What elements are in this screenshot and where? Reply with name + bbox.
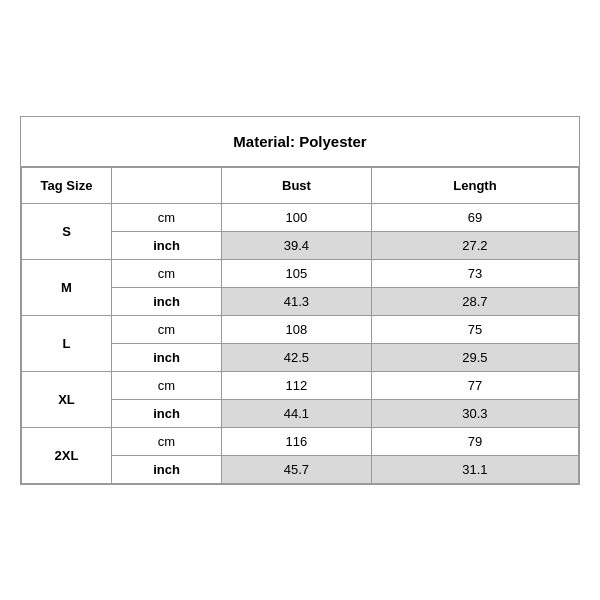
- unit-cell-cm: cm: [112, 315, 222, 343]
- table-row: Lcm10875: [22, 315, 579, 343]
- unit-cell-inch: inch: [112, 287, 222, 315]
- bust-cm: 112: [222, 371, 372, 399]
- bust-inch: 41.3: [222, 287, 372, 315]
- unit-cell-inch: inch: [112, 231, 222, 259]
- bust-inch: 42.5: [222, 343, 372, 371]
- size-table: Tag Size Bust Length Scm10069inch39.427.…: [21, 167, 579, 484]
- size-chart: Material: Polyester Tag Size Bust Length…: [20, 116, 580, 485]
- length-cm: 69: [371, 203, 578, 231]
- length-cm: 79: [371, 427, 578, 455]
- header-length: Length: [371, 167, 578, 203]
- unit-cell-inch: inch: [112, 455, 222, 483]
- bust-cm: 108: [222, 315, 372, 343]
- table-header: Tag Size Bust Length: [22, 167, 579, 203]
- length-cm: 77: [371, 371, 578, 399]
- unit-cell-inch: inch: [112, 399, 222, 427]
- header-tag-size: Tag Size: [22, 167, 112, 203]
- unit-cell-cm: cm: [112, 259, 222, 287]
- length-inch: 29.5: [371, 343, 578, 371]
- length-inch: 30.3: [371, 399, 578, 427]
- tag-size-cell: S: [22, 203, 112, 259]
- tag-size-cell: L: [22, 315, 112, 371]
- unit-cell-cm: cm: [112, 203, 222, 231]
- table-row: Mcm10573: [22, 259, 579, 287]
- table-row: XLcm11277: [22, 371, 579, 399]
- bust-inch: 45.7: [222, 455, 372, 483]
- chart-title: Material: Polyester: [21, 117, 579, 167]
- length-cm: 75: [371, 315, 578, 343]
- length-inch: 27.2: [371, 231, 578, 259]
- bust-inch: 44.1: [222, 399, 372, 427]
- table-row: 2XLcm11679: [22, 427, 579, 455]
- bust-cm: 105: [222, 259, 372, 287]
- unit-cell-inch: inch: [112, 343, 222, 371]
- length-inch: 28.7: [371, 287, 578, 315]
- header-bust: Bust: [222, 167, 372, 203]
- tag-size-cell: 2XL: [22, 427, 112, 483]
- length-inch: 31.1: [371, 455, 578, 483]
- length-cm: 73: [371, 259, 578, 287]
- tag-size-cell: M: [22, 259, 112, 315]
- bust-inch: 39.4: [222, 231, 372, 259]
- bust-cm: 100: [222, 203, 372, 231]
- table-row: Scm10069: [22, 203, 579, 231]
- unit-cell-cm: cm: [112, 427, 222, 455]
- tag-size-cell: XL: [22, 371, 112, 427]
- unit-cell-cm: cm: [112, 371, 222, 399]
- header-unit: [112, 167, 222, 203]
- bust-cm: 116: [222, 427, 372, 455]
